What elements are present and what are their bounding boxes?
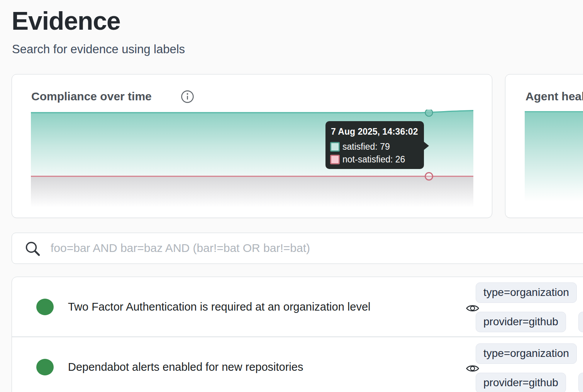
agent-card-title: Agent health [525, 90, 583, 103]
not-satisfied-marker-ring[interactable] [425, 173, 433, 180]
tooltip-not-satisfied-value: not-satisfied: 26 [342, 154, 405, 165]
status-dot-satisfied [36, 299, 54, 315]
satisfied-marker-dot[interactable] [425, 110, 433, 117]
eye-icon [466, 304, 480, 313]
view-evidence-button[interactable] [466, 364, 480, 374]
info-circle-icon[interactable] [181, 90, 194, 105]
compliance-over-time-card: Compliance over time [12, 74, 492, 218]
compliance-card-title: Compliance over time [31, 90, 152, 103]
tag-provider-github[interactable]: provider=github [476, 373, 566, 392]
agent-health-card: Agent health [505, 74, 583, 218]
status-dot-satisfied [36, 359, 54, 375]
tag-type-organization[interactable]: type=organization [476, 343, 577, 364]
not-satisfied-swatch-icon [330, 155, 340, 164]
page-title: Evidence [12, 6, 120, 35]
chart-tooltip: 7 Aug 2025, 14:36:02 satisfied: 79 not-s… [325, 121, 424, 169]
tooltip-satisfied-row: satisfied: 79 [330, 141, 419, 152]
tag-partial[interactable] [578, 373, 583, 392]
not-satisfied-area [31, 177, 473, 207]
tooltip-satisfied-value: satisfied: 79 [342, 142, 390, 152]
satisfied-line [31, 111, 473, 113]
evidence-title: Dependabot alerts enabled for new reposi… [68, 361, 303, 373]
evidence-title: Two Factor Authentication is required at… [68, 301, 370, 313]
evidence-list: Two Factor Authentication is required at… [12, 277, 583, 392]
label-search-bar [12, 233, 583, 264]
tooltip-arrow [423, 141, 429, 151]
eye-icon [466, 364, 480, 373]
tag-partial[interactable] [578, 312, 583, 332]
search-input[interactable] [51, 233, 552, 263]
evidence-page: Evidence Search for evidence using label… [0, 0, 583, 392]
search-icon [25, 241, 41, 259]
tag-provider-github[interactable]: provider=github [476, 312, 566, 332]
satisfied-swatch-icon [330, 142, 340, 152]
tooltip-not-satisfied-row: not-satisfied: 26 [330, 154, 419, 165]
page-subtitle: Search for evidence using labels [12, 42, 185, 56]
tag-type-organization[interactable]: type=organization [476, 282, 577, 303]
evidence-row-dependabot[interactable]: Dependabot alerts enabled for new reposi… [12, 338, 583, 392]
agent-health-chart[interactable] [525, 111, 583, 202]
evidence-row-two-factor[interactable]: Two Factor Authentication is required at… [12, 277, 583, 337]
tooltip-timestamp: 7 Aug 2025, 14:36:02 [331, 127, 419, 137]
